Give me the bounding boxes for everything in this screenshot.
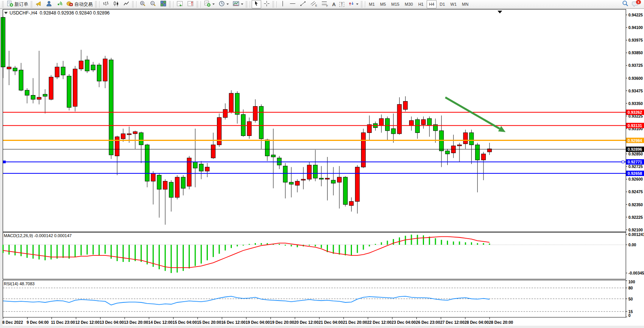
toolbar-grip[interactable]	[31, 1, 32, 7]
search-icon[interactable]	[622, 0, 629, 8]
macd-histogram-bar	[123, 245, 124, 262]
macd-histogram-bar	[381, 242, 382, 245]
cursor-tool-button[interactable]	[252, 0, 261, 8]
toolbar-grip[interactable]	[196, 1, 198, 7]
symbol-dropdown-icon[interactable]	[4, 12, 8, 14]
macd-histogram-bar	[363, 245, 364, 250]
fibonacci-tool-button[interactable]: F	[320, 0, 330, 8]
timeframe-button-M30[interactable]: M30	[402, 0, 415, 8]
candle-body	[313, 165, 318, 178]
toolbar-grip[interactable]	[2, 1, 4, 7]
periods-button[interactable]	[217, 0, 230, 8]
bar-chart-mode-button[interactable]	[101, 0, 111, 8]
new-order-button[interactable]: 新订单	[5, 0, 30, 8]
macd-histogram-bar	[27, 245, 28, 258]
timeframe-button-M1[interactable]: M1	[367, 0, 377, 8]
line-anchor-marker[interactable]	[3, 161, 6, 163]
auto-scroll-button[interactable]	[175, 0, 185, 8]
price-tag-value: 0.92771	[628, 160, 642, 164]
timeframe-button-H1[interactable]: H1	[416, 0, 426, 8]
template-button[interactable]	[231, 0, 245, 8]
macd-histogram-bar	[447, 241, 448, 245]
toolbar-grip[interactable]	[272, 1, 274, 7]
candle-body	[319, 178, 323, 179]
timeframe-button-MN[interactable]: MN	[460, 0, 471, 8]
signals-button[interactable]	[55, 0, 64, 8]
vertical-line-tool-button[interactable]	[278, 0, 287, 8]
date-axis-label: 15 Dec 20:00	[197, 320, 221, 325]
macd-histogram-bar	[63, 245, 64, 258]
candle-body	[403, 101, 408, 109]
macd-histogram-bar	[249, 244, 250, 245]
macd-histogram-bar	[417, 235, 418, 245]
trend-arrow-annotation[interactable]	[445, 97, 499, 129]
candlestick-mode-button[interactable]	[111, 0, 121, 8]
chart-canvas[interactable]: 0.942250.941000.939750.938500.937250.936…	[0, 9, 644, 328]
date-axis-label: 15 Dec 04:00	[173, 320, 197, 325]
line-chart-mode-button[interactable]	[122, 0, 131, 8]
timeframe-button-W1[interactable]: W1	[448, 0, 459, 8]
line-anchor-marker[interactable]	[622, 161, 624, 163]
text-tool-button[interactable]: A	[331, 0, 337, 8]
trendline-tool-button[interactable]	[298, 0, 308, 8]
date-axis-label: 13 Dec 20:00	[124, 320, 148, 325]
candle-body	[55, 67, 59, 77]
svg-text:F: F	[326, 5, 328, 7]
chart-shift-marker[interactable]	[498, 11, 502, 13]
candle-body	[163, 181, 167, 189]
candle-body	[253, 107, 257, 121]
timeframe-button-H4[interactable]: H4	[427, 0, 437, 8]
person-icon	[46, 0, 52, 8]
candle-body	[115, 137, 119, 156]
notifications-button[interactable]: 1	[632, 1, 639, 8]
candle-body	[410, 121, 414, 126]
toolbar-grip[interactable]	[361, 1, 363, 7]
zoom-in-button[interactable]	[138, 0, 148, 8]
text-label-tool-button[interactable]: T	[338, 0, 345, 8]
price-axis-label: 0.93850	[628, 50, 643, 55]
date-axis-label: 23 Dec 04:00	[392, 320, 416, 325]
horizontal-line-tool-button[interactable]	[288, 0, 297, 8]
macd-histogram-bar	[351, 245, 352, 255]
candle-body	[271, 155, 275, 157]
timeframe-button-M5[interactable]: M5	[378, 0, 388, 8]
candle-body	[229, 93, 233, 112]
macd-histogram-bar	[141, 245, 142, 262]
toolbar-grip[interactable]	[169, 1, 171, 7]
broadcast-button[interactable]	[34, 0, 43, 8]
timeframe-group: M1M5M15M30H1H4D1W1MN	[366, 0, 471, 8]
macd-histogram-bar	[393, 239, 394, 245]
toolbar-grip[interactable]	[246, 1, 247, 7]
macd-histogram-bar	[75, 245, 76, 257]
autotrading-button[interactable]: 自动交易	[65, 0, 94, 8]
zoom-out-button[interactable]	[148, 0, 158, 8]
macd-histogram-bar	[99, 245, 100, 255]
macd-label: MACD(12,26,9) -0.000142 0.000147	[4, 233, 72, 238]
candle-body	[469, 132, 474, 145]
candle-body	[295, 181, 299, 186]
candle-body	[199, 164, 203, 171]
timeframe-button-M15[interactable]: M15	[389, 0, 401, 8]
equidistant-channel-tool-button[interactable]: E	[308, 0, 319, 8]
tile-windows-button[interactable]	[159, 0, 168, 8]
arrows-tool-button[interactable]	[347, 0, 360, 8]
price-axis-label: 0.92600	[628, 177, 643, 181]
chart-shift-button[interactable]	[186, 0, 196, 8]
toolbar-grip[interactable]	[95, 1, 97, 7]
timeframe-button-D1[interactable]: D1	[437, 0, 447, 8]
indicators-button[interactable]	[202, 0, 216, 8]
macd-histogram-bar	[207, 245, 208, 260]
price-axis-label: 0.92350	[628, 202, 643, 207]
price-tag-value: 0.93131	[628, 123, 642, 128]
candle-body	[235, 93, 239, 115]
candle-body	[169, 182, 173, 197]
toolbar-grip[interactable]	[132, 1, 134, 7]
community-button[interactable]	[44, 0, 54, 8]
macd-histogram-bar	[219, 245, 220, 254]
date-axis-label: 16 Dec 12:00	[221, 320, 246, 325]
price-tag-value: 0.93262	[628, 110, 642, 115]
macd-histogram-bar	[87, 245, 88, 255]
crosshair-tool-button[interactable]	[262, 0, 271, 8]
chart-window: 0.942250.941000.939750.938500.937250.936…	[0, 9, 644, 328]
macd-histogram-bar	[411, 234, 412, 245]
